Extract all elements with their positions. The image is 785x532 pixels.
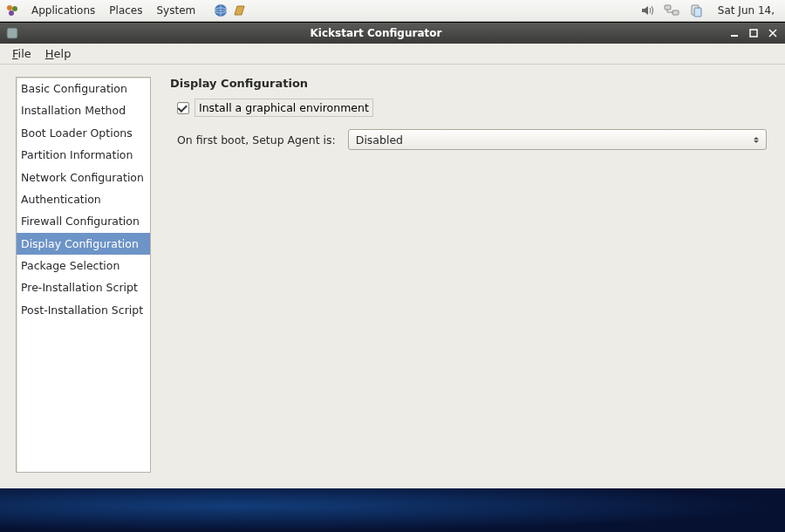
- minimize-button[interactable]: [727, 26, 741, 40]
- file-menu[interactable]: File: [5, 45, 38, 62]
- distro-icon[interactable]: [3, 2, 21, 19]
- top-panel: Applications Places System: [0, 0, 785, 22]
- svg-rect-11: [750, 30, 757, 37]
- app-window: Kickstart Configurator File Help Basic C…: [0, 22, 785, 488]
- app-icon: [5, 26, 19, 40]
- browser-launcher-icon[interactable]: [211, 1, 230, 20]
- svg-point-0: [7, 5, 12, 10]
- desktop-background: [0, 488, 785, 532]
- sidebar-item-firewall-configuration[interactable]: Firewall Configuration: [17, 210, 150, 232]
- svg-rect-9: [7, 28, 17, 38]
- applications-menu[interactable]: Applications: [24, 2, 102, 19]
- sidebar-item-package-selection[interactable]: Package Selection: [17, 255, 150, 276]
- install-graphical-row: Install a graphical environment: [177, 99, 373, 117]
- panel-right: Sat Jun 14,: [638, 1, 782, 20]
- sidebar-item-installation-method[interactable]: Installation Method: [17, 99, 150, 121]
- first-boot-label: On first boot, Setup Agent is:: [177, 133, 336, 147]
- places-menu[interactable]: Places: [102, 2, 149, 19]
- section-title: Display Configuration: [170, 77, 769, 90]
- sidebar-item-authentication[interactable]: Authentication: [17, 188, 150, 210]
- main-pane: Display Configuration Install a graphica…: [170, 77, 769, 473]
- sidebar-item-partition-information[interactable]: Partition Information: [17, 144, 150, 166]
- svg-point-1: [12, 6, 17, 11]
- titlebar: Kickstart Configurator: [0, 23, 785, 44]
- svg-rect-5: [665, 5, 671, 10]
- content-area: Basic ConfigurationInstallation MethodBo…: [0, 65, 785, 488]
- sidebar: Basic ConfigurationInstallation MethodBo…: [16, 77, 151, 473]
- install-graphical-checkbox[interactable]: [177, 102, 189, 114]
- clock[interactable]: Sat Jun 14,: [711, 4, 782, 17]
- menubar: File Help: [0, 44, 785, 65]
- sidebar-item-basic-configuration[interactable]: Basic Configuration: [17, 78, 150, 99]
- network-icon[interactable]: [662, 1, 681, 20]
- volume-icon[interactable]: [638, 1, 657, 20]
- svg-rect-6: [672, 10, 679, 15]
- sidebar-item-network-configuration[interactable]: Network Configuration: [17, 167, 150, 188]
- first-boot-value: Disabled: [356, 133, 403, 147]
- maximize-button[interactable]: [747, 26, 761, 40]
- help-launcher-icon[interactable]: [230, 1, 249, 20]
- close-button[interactable]: [766, 26, 780, 40]
- svg-point-2: [9, 10, 14, 16]
- help-menu[interactable]: Help: [38, 45, 78, 62]
- clipboard-icon[interactable]: [686, 1, 706, 20]
- sidebar-item-boot-loader-options[interactable]: Boot Loader Options: [17, 122, 150, 144]
- system-menu[interactable]: System: [149, 2, 202, 19]
- svg-rect-8: [694, 8, 701, 17]
- chevron-updown-icon: [752, 137, 761, 143]
- panel-left: Applications Places System: [3, 1, 249, 20]
- first-boot-combobox[interactable]: Disabled: [348, 129, 767, 150]
- install-graphical-label[interactable]: Install a graphical environment: [195, 99, 373, 117]
- svg-rect-10: [731, 35, 738, 37]
- sidebar-item-post-installation-script[interactable]: Post-Installation Script: [17, 299, 150, 321]
- window-title: Kickstart Configurator: [24, 27, 727, 39]
- sidebar-item-display-configuration[interactable]: Display Configuration: [17, 233, 150, 255]
- sidebar-item-pre-installation-script[interactable]: Pre-Installation Script: [17, 276, 150, 298]
